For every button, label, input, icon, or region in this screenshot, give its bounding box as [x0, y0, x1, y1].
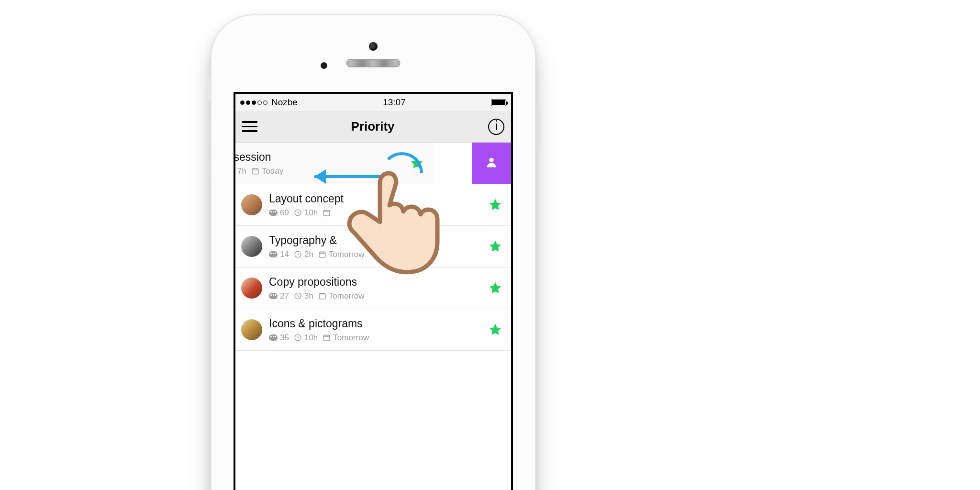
task-meta: 127hToday: [234, 167, 407, 176]
info-button[interactable]: [488, 119, 504, 135]
volume-down-button: [208, 153, 211, 179]
page-title: Priority: [351, 119, 394, 134]
carrier-label: Nozbe: [271, 97, 298, 108]
navigation-bar: Priority: [235, 111, 511, 143]
front-camera: [369, 42, 378, 51]
calendar-icon: [323, 334, 331, 342]
time-estimate: 10h: [304, 208, 318, 218]
comment-count: 27: [280, 291, 289, 301]
task-title: Photo session: [234, 151, 407, 164]
svg-point-0: [234, 168, 234, 174]
clock-icon: [294, 209, 302, 217]
signal-strength-icon: [240, 100, 267, 105]
priority-star[interactable]: [488, 323, 502, 337]
task-title: Icons & pictograms: [269, 317, 485, 330]
calendar-icon: [251, 167, 259, 175]
avatar[interactable]: [241, 194, 262, 215]
battery-icon: [491, 99, 506, 106]
device-screen: Nozbe 13:07 Priority Photo session127hTo…: [234, 92, 513, 490]
time-estimate: 2h: [304, 250, 313, 259]
task-title: Layout concept: [269, 192, 485, 205]
person-icon: [485, 156, 498, 171]
avatar[interactable]: [241, 236, 262, 257]
clock-icon: [294, 334, 302, 342]
time-estimate: 7h: [237, 167, 246, 176]
task-title: Copy propositions: [269, 276, 485, 289]
comment-count: 35: [280, 333, 289, 343]
task-row[interactable]: Icons & pictograms3510hTomorrow: [235, 309, 511, 351]
svg-rect-6: [319, 252, 325, 257]
due-date: Today: [262, 167, 283, 176]
task-list[interactable]: Photo session127hTodayLayout concept6910…: [235, 143, 511, 351]
comments-icon: [269, 210, 278, 216]
clock-icon: [294, 292, 302, 300]
calendar-icon: [323, 209, 331, 217]
clock-icon: [294, 250, 302, 258]
due-date: Tomorrow: [329, 291, 365, 301]
task-row[interactable]: Photo session127hToday: [235, 143, 511, 184]
time-estimate: 10h: [304, 333, 318, 343]
comment-count: 69: [280, 208, 289, 218]
task-meta: 3510hTomorrow: [269, 333, 485, 343]
clock: 13:07: [383, 97, 406, 108]
task-row[interactable]: Layout concept6910h: [235, 184, 511, 226]
svg-rect-1: [252, 169, 258, 174]
calendar-icon: [318, 250, 326, 258]
power-button: [536, 110, 539, 146]
svg-rect-8: [319, 294, 325, 299]
earpiece-speaker: [347, 60, 400, 67]
assign-action[interactable]: [472, 143, 511, 184]
due-date: Tomorrow: [329, 250, 365, 259]
status-bar: Nozbe 13:07: [235, 94, 511, 111]
svg-rect-4: [323, 211, 330, 216]
calendar-icon: [318, 292, 326, 300]
task-meta: 273hTomorrow: [269, 291, 485, 301]
task-row[interactable]: Copy propositions273hTomorrow: [235, 267, 511, 309]
clock-icon: [234, 167, 235, 175]
priority-star[interactable]: [488, 281, 502, 295]
time-estimate: 3h: [304, 291, 313, 301]
task-meta: 142hTomorrow: [269, 250, 485, 259]
comments-icon: [269, 293, 278, 299]
comments-icon: [269, 251, 278, 257]
priority-star[interactable]: [488, 198, 502, 212]
comments-icon: [269, 334, 278, 341]
phone-frame: Nozbe 13:07 Priority Photo session127hTo…: [211, 14, 536, 490]
proximity-sensor: [321, 62, 327, 69]
due-date: Tomorrow: [333, 333, 369, 343]
avatar[interactable]: [241, 319, 262, 340]
info-icon: [496, 123, 497, 130]
task-meta: 6910h: [269, 208, 485, 218]
priority-star[interactable]: [488, 239, 502, 254]
avatar[interactable]: [241, 278, 262, 299]
menu-button[interactable]: [242, 121, 257, 132]
svg-rect-10: [323, 335, 330, 341]
priority-star[interactable]: [410, 156, 424, 170]
task-row[interactable]: Typography &142hTomorrow: [235, 226, 511, 267]
task-title: Typography &: [269, 234, 485, 247]
comment-count: 14: [280, 250, 289, 259]
volume-up-button: [208, 120, 211, 146]
svg-point-2: [489, 158, 493, 162]
